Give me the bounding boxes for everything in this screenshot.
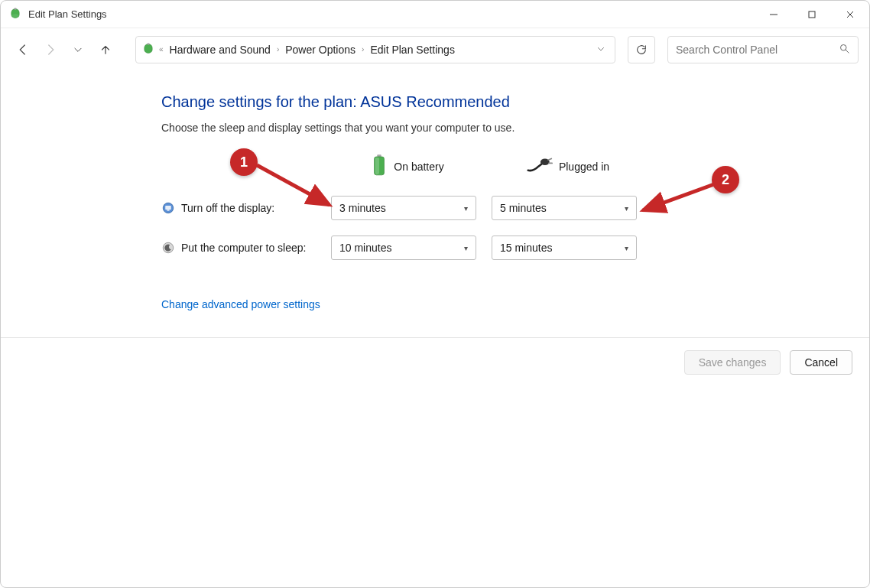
select-value: 10 minutes [339,242,391,254]
column-plugged-in: Plugged in [492,154,644,179]
content-area: Change settings for the plan: ASUS Recom… [1,70,869,310]
sleep-battery-select[interactable]: 10 minutes ▾ [331,236,476,260]
svg-line-13 [548,159,551,161]
maximize-button[interactable] [793,1,831,28]
address-dropdown[interactable] [596,44,605,56]
svg-point-1 [11,14,20,18]
battery-icon [371,154,388,179]
recent-dropdown[interactable] [67,38,89,61]
page-title: Change settings for the plan: ASUS Recom… [161,93,869,111]
svg-rect-9 [378,154,382,157]
up-button[interactable] [94,38,117,61]
row-label-display: Turn off the display: [181,202,274,214]
select-value: 15 minutes [500,242,552,254]
sleep-icon [161,241,175,255]
search-input[interactable] [676,44,839,56]
svg-rect-0 [15,8,17,9]
back-button[interactable] [11,38,34,61]
row-label-sleep: Put the computer to sleep: [181,242,306,254]
breadcrumb-item[interactable]: Hardware and Sound [165,44,275,56]
chevron-down-icon: ▾ [625,204,628,213]
display-plugged-select[interactable]: 5 minutes ▾ [492,196,637,220]
chevron-down-icon: ▾ [464,204,468,213]
app-icon [8,8,22,21]
address-bar[interactable]: « Hardware and Sound › Power Options › E… [135,36,615,63]
cancel-button[interactable]: Cancel [790,350,852,375]
annotation-badge-1: 1 [230,148,258,176]
save-button[interactable]: Save changes [684,350,781,375]
svg-rect-17 [167,210,170,211]
titlebar: Edit Plan Settings [1,1,869,28]
advanced-settings-link[interactable]: Change advanced power settings [161,298,320,310]
display-battery-select[interactable]: 3 minutes ▾ [331,196,476,220]
sleep-plugged-select[interactable]: 15 minutes ▾ [492,236,637,260]
forward-button[interactable] [39,38,62,61]
footer-buttons: Save changes Cancel [1,337,869,387]
column-label: Plugged in [559,161,609,173]
svg-rect-6 [148,43,150,44]
svg-point-7 [841,44,847,50]
page-subtext: Choose the sleep and display settings th… [161,122,869,134]
svg-rect-11 [375,158,380,174]
search-box[interactable] [667,36,859,63]
close-button[interactable] [831,1,869,28]
search-icon[interactable] [839,43,850,57]
breadcrumb-item[interactable]: Power Options [281,44,360,56]
chevron-down-icon: ▾ [625,244,628,252]
annotation-badge-2: 2 [712,166,739,193]
chevron-right-icon: › [275,45,281,54]
select-value: 3 minutes [339,202,386,214]
breadcrumb-overflow[interactable]: « [157,45,165,54]
svg-line-8 [846,50,849,53]
plug-icon [527,157,553,176]
select-value: 5 minutes [500,202,547,214]
minimize-button[interactable] [755,1,793,28]
svg-rect-3 [809,11,815,18]
chevron-down-icon: ▾ [464,244,468,252]
chevron-right-icon: › [360,45,365,54]
address-icon [141,42,156,57]
window-title: Edit Plan Settings [28,8,107,20]
svg-rect-16 [165,206,171,210]
column-on-battery: On battery [331,154,484,179]
display-icon [161,201,175,215]
column-label: On battery [394,161,443,173]
breadcrumb-item[interactable]: Edit Plan Settings [365,44,459,56]
refresh-button[interactable] [628,36,655,63]
toolbar: « Hardware and Sound › Power Options › E… [1,28,869,70]
